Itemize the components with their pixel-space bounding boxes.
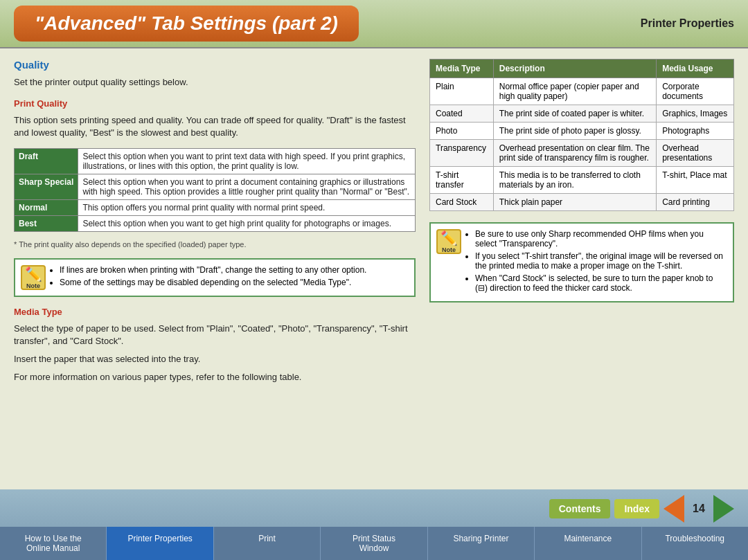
pq-desc: Select this option when you want to prin… [78, 174, 416, 199]
page-subtitle: Printer Properties [641, 17, 734, 30]
nav-bar: Contents Index 14 How to Use the Online … [0, 489, 748, 560]
media-type-cell: Coated [430, 105, 494, 123]
pq-desc: Select this option when you want to get … [78, 215, 416, 231]
note-2-content: Be sure to use only Sharp recommended OH… [467, 229, 727, 296]
note-2-item: When "Card Stock" is selected, be sure t… [475, 273, 727, 293]
page-title: "Advanced" Tab Settings (part 2) [14, 6, 359, 42]
print-quality-text: This option sets printing speed and qual… [14, 114, 416, 139]
forward-arrow-button[interactable] [713, 495, 734, 523]
media-usage-cell: Overhead presentations [657, 140, 734, 167]
media-usage-cell: T-shirt, Place mat [657, 167, 734, 194]
tab-item-4[interactable]: Sharing Printer [428, 527, 535, 560]
quality-heading: Quality [14, 59, 416, 71]
main-content: Quality Set the printer output quality s… [0, 48, 748, 489]
tab-item-2[interactable]: Print [214, 527, 321, 560]
media-table-row: Transparency Overhead presentation on cl… [430, 140, 734, 167]
contents-button[interactable]: Contents [549, 499, 611, 518]
quality-text: Set the printer output quality settings … [14, 76, 416, 89]
pq-desc: Select this option when you want to prin… [78, 148, 416, 174]
media-type-heading: Media Type [14, 307, 416, 317]
media-table-row: T-shirt transfer This media is to be tra… [430, 167, 734, 194]
media-desc-cell: Thick plain paper [493, 194, 656, 211]
media-type-cell: Transparency [430, 140, 494, 167]
pq-label: Draft [15, 148, 78, 174]
tab-item-0[interactable]: How to Use the Online Manual [0, 527, 107, 560]
media-table-row: Plain Normal office paper (copier paper … [430, 78, 734, 105]
media-table-row: Card Stock Thick plain paper Card printi… [430, 194, 734, 211]
media-desc-cell: Normal office paper (copier paper and hi… [493, 78, 656, 105]
pq-table-row: Draft Select this option when you want t… [15, 148, 416, 174]
tab-item-3[interactable]: Print Status Window [321, 527, 427, 560]
note-icon-2: ✏️ Note [436, 229, 461, 254]
media-type-table: Media TypeDescriptionMedia Usage Plain N… [429, 59, 734, 211]
media-desc-cell: This media is to be transferred to cloth… [493, 167, 656, 194]
media-type-text1: Select the type of paper to be used. Sel… [14, 323, 416, 347]
media-type-cell: Plain [430, 78, 494, 105]
note-1-content: If lines are broken when printing with "… [51, 265, 409, 290]
note-box-1: ✏️ Note If lines are broken when printin… [14, 258, 416, 297]
media-table-row: Coated The print side of coated paper is… [430, 105, 734, 123]
note-icon-1: ✏️ Note [21, 265, 46, 290]
media-desc-cell: The print side of coated paper is whiter… [493, 105, 656, 123]
print-quality-table: Draft Select this option when you want t… [14, 148, 416, 232]
media-usage-cell: Photographs [657, 123, 734, 140]
nav-controls: Contents Index 14 [0, 495, 748, 527]
note-box-2: ✏️ Note Be sure to use only Sharp recomm… [429, 222, 734, 302]
pq-label: Sharp Special [15, 174, 78, 199]
pq-label: Normal [15, 199, 78, 215]
media-type-cell: Photo [430, 123, 494, 140]
note-1-item: Some of the settings may be disabled dep… [60, 278, 409, 287]
tab-item-5[interactable]: Maintenance [535, 527, 641, 560]
note-1-item: If lines are broken when printing with "… [60, 265, 409, 275]
page-header: "Advanced" Tab Settings (part 2) Printer… [0, 0, 748, 48]
media-table-header-cell: Media Type [430, 60, 494, 78]
pq-label: Best [15, 215, 78, 231]
back-arrow-button[interactable] [664, 495, 684, 523]
media-usage-cell: Graphics, Images [657, 105, 734, 123]
right-column: Media TypeDescriptionMedia Usage Plain N… [429, 59, 734, 479]
media-type-cell: Card Stock [430, 194, 494, 211]
pq-table-row: Sharp Special Select this option when yo… [15, 174, 416, 199]
note-2-item: Be sure to use only Sharp recommended OH… [475, 229, 727, 249]
media-desc-cell: The print side of photo paper is glossy. [493, 123, 656, 140]
tab-item-6[interactable]: Troubleshooting [642, 527, 748, 560]
media-table-header-cell: Media Usage [657, 60, 734, 78]
media-usage-cell: Card printing [657, 194, 734, 211]
media-desc-cell: Overhead presentation on clear film. The… [493, 140, 656, 167]
media-table-row: Photo The print side of photo paper is g… [430, 123, 734, 140]
media-type-cell: T-shirt transfer [430, 167, 494, 194]
pq-table-row: Normal This option offers you normal pri… [15, 199, 416, 215]
index-button[interactable]: Index [614, 499, 659, 518]
page-number: 14 [688, 503, 709, 515]
tab-item-1[interactable]: Printer Properties [107, 527, 213, 560]
pq-table-row: Best Select this option when you want to… [15, 215, 416, 231]
media-type-text2: Insert the paper that was selected into … [14, 353, 416, 365]
media-type-text3: For more information on various paper ty… [14, 371, 416, 383]
note-2-item: If you select "T-shirt transfer", the or… [475, 251, 727, 271]
left-column: Quality Set the printer output quality s… [14, 59, 416, 479]
tab-bar: How to Use the Online ManualPrinter Prop… [0, 527, 748, 560]
pq-desc: This option offers you normal print qual… [78, 199, 416, 215]
media-usage-cell: Corporate documents [657, 78, 734, 105]
print-quality-heading: Print Quality [14, 98, 416, 109]
media-table-header-cell: Description [493, 60, 656, 78]
footnote: * The print quality also depends on the … [14, 240, 416, 249]
